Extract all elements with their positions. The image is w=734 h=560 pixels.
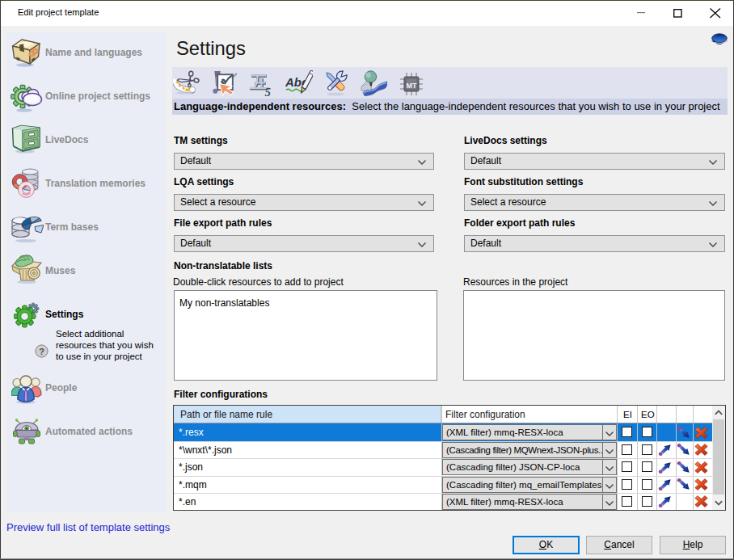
svg-text:?: ? bbox=[39, 347, 44, 356]
svg-text:MT: MT bbox=[407, 82, 417, 90]
svg-text:5: 5 bbox=[265, 86, 272, 99]
